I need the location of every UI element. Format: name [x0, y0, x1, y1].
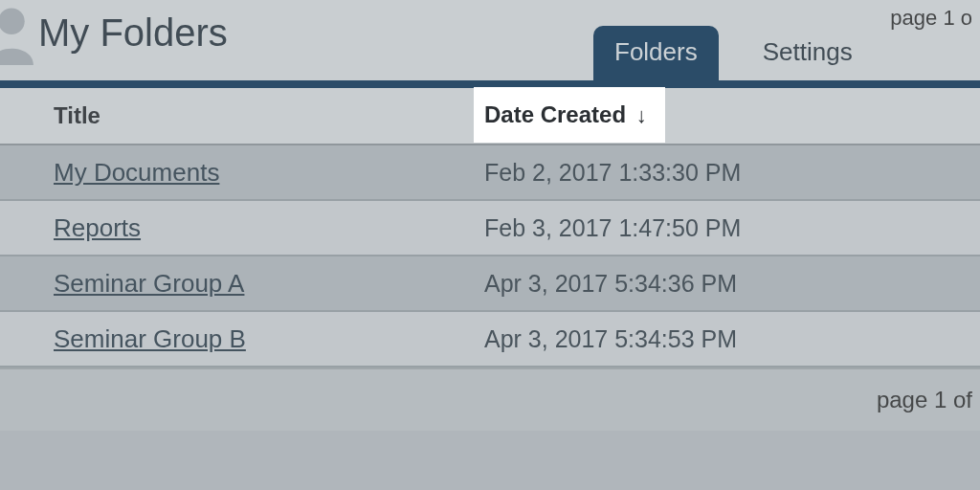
table-footer: page 1 of: [0, 368, 980, 431]
tab-folders[interactable]: Folders: [593, 26, 719, 80]
table-header-row: Title Date Created ↓: [0, 88, 980, 145]
user-icon: [0, 4, 38, 65]
table-row: Seminar Group B Apr 3, 2017 5:34:53 PM: [0, 312, 980, 368]
page-header: My Folders page 1 o Folders Settings: [0, 0, 980, 88]
column-header-title[interactable]: Title: [0, 102, 479, 129]
sort-descending-icon: ↓: [636, 103, 647, 127]
date-created-value: Feb 3, 2017 1:47:50 PM: [484, 214, 741, 241]
folder-link[interactable]: Reports: [54, 213, 141, 242]
table-row: Seminar Group A Apr 3, 2017 5:34:36 PM: [0, 256, 980, 312]
folder-link[interactable]: Seminar Group A: [54, 269, 244, 298]
table-row: Reports Feb 3, 2017 1:47:50 PM: [0, 201, 980, 256]
svg-point-0: [0, 9, 25, 34]
pagination-top: page 1 o: [890, 6, 972, 31]
folder-link[interactable]: My Documents: [54, 158, 219, 187]
column-header-date-created-label: Date Created: [484, 101, 626, 127]
date-created-value: Apr 3, 2017 5:34:53 PM: [484, 325, 737, 352]
tab-settings[interactable]: Settings: [742, 26, 874, 80]
tab-bar: Folders Settings: [593, 25, 897, 80]
page-root: My Folders page 1 o Folders Settings Tit…: [0, 0, 980, 490]
pagination-bottom: page 1 of: [877, 387, 972, 413]
page-title: My Folders: [38, 11, 228, 55]
date-created-value: Feb 2, 2017 1:33:30 PM: [484, 159, 741, 186]
table-row: My Documents Feb 2, 2017 1:33:30 PM: [0, 145, 980, 201]
date-created-value: Apr 3, 2017 5:34:36 PM: [484, 270, 737, 297]
folder-link[interactable]: Seminar Group B: [54, 324, 246, 353]
folders-table: Title Date Created ↓ My Documents Feb 2,…: [0, 88, 980, 368]
column-header-date-created[interactable]: Date Created ↓: [479, 90, 980, 142]
